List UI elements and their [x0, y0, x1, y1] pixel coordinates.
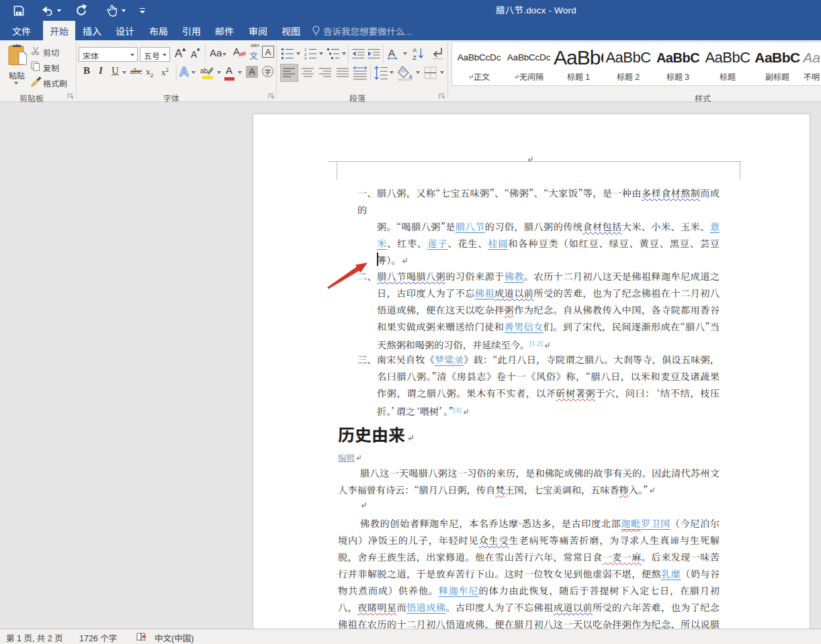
svg-text:A: A — [413, 46, 417, 54]
svg-text:2: 2 — [304, 52, 307, 56]
svg-text:ab: ab — [200, 67, 208, 75]
svg-text:Z: Z — [413, 54, 417, 60]
svg-text:A: A — [179, 64, 189, 79]
svg-text:3: 3 — [304, 56, 307, 60]
svg-text:A: A — [388, 47, 395, 58]
svg-text:1: 1 — [304, 48, 307, 52]
